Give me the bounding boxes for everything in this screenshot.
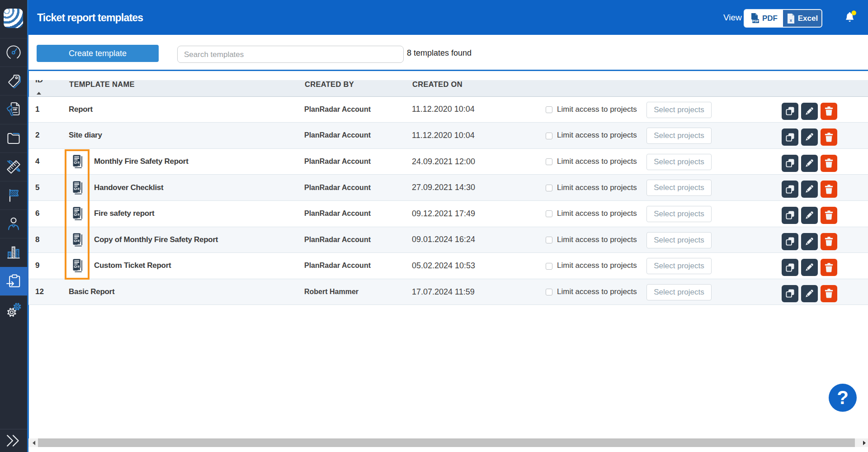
svg-text:PDF: PDF: [753, 19, 760, 23]
svg-text:x: x: [790, 18, 793, 23]
